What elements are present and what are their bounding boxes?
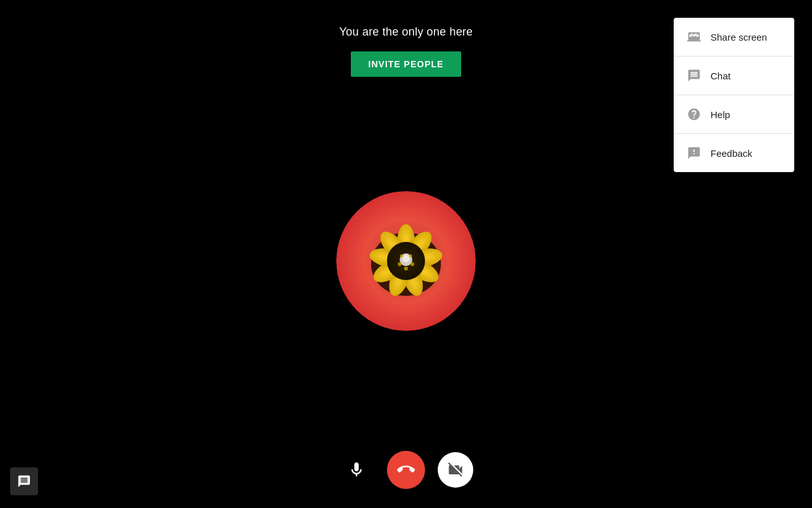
svg-point-13: [402, 255, 410, 262]
right-panel: Share screen Chat Help Feedback: [674, 18, 794, 172]
chat-item[interactable]: Chat: [674, 57, 794, 95]
share-screen-item[interactable]: Share screen: [674, 18, 794, 57]
help-item[interactable]: Help: [674, 95, 794, 134]
chat-bottom-button[interactable]: [10, 467, 38, 495]
svg-point-17: [400, 255, 403, 258]
svg-point-18: [409, 255, 412, 258]
chat-label: Chat: [710, 70, 731, 81]
invite-people-button[interactable]: INVITE PEOPLE: [351, 51, 462, 77]
video-off-icon: [447, 461, 464, 479]
mic-button[interactable]: [339, 452, 374, 488]
hangup-button[interactable]: [387, 451, 425, 489]
call-controls: [339, 451, 473, 489]
hangup-icon: [397, 461, 415, 479]
help-icon: [686, 107, 702, 122]
share-screen-label: Share screen: [710, 32, 767, 43]
solo-message: You are the only one here: [339, 25, 473, 39]
mic-icon: [348, 461, 365, 479]
user-avatar: [336, 191, 476, 331]
video-off-button[interactable]: [438, 452, 473, 488]
chat-bottom-icon: [17, 474, 31, 488]
help-label: Help: [710, 109, 730, 120]
svg-point-14: [398, 262, 402, 266]
feedback-label: Feedback: [710, 148, 752, 159]
feedback-item[interactable]: Feedback: [674, 134, 794, 172]
feedback-icon: [686, 145, 702, 161]
chat-icon: [686, 68, 702, 83]
share-screen-icon: [686, 29, 702, 44]
svg-point-16: [404, 267, 408, 271]
svg-point-15: [410, 262, 414, 266]
